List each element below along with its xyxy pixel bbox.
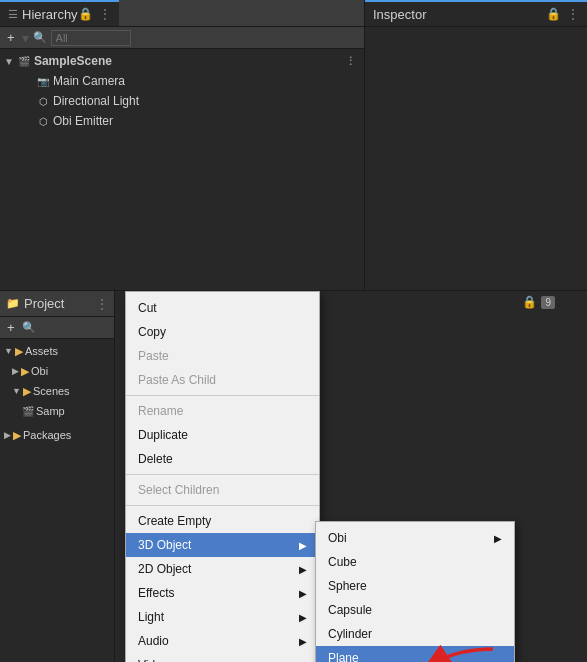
light-arrow: ▶ [299,612,307,623]
packages-folder-icon: ▶ [13,429,21,442]
camera-icon: 📷 [36,74,50,88]
light-icon: ⬡ [36,94,50,108]
samp-icon: 🎬 [22,406,34,417]
right-area: 🔒 9 Cut Copy Paste Paste As Child [115,291,587,662]
tree-obi[interactable]: ▶ ▶ Obi [0,361,114,381]
tree-assets[interactable]: ▼ ▶ Assets [0,341,114,361]
inspector-tab[interactable]: Inspector 🔒 ⋮ [365,0,587,26]
cylinder-label: Cylinder [328,627,372,641]
samp-label: Samp [36,405,65,417]
obi-submenu-arrow: ▶ [494,533,502,544]
submenu-cube[interactable]: Cube [316,550,514,574]
project-title: Project [24,296,64,311]
project-header: 📁 Project ⋮ [0,291,114,317]
audio-label: Audio [138,634,169,648]
submenu-sphere[interactable]: Sphere [316,574,514,598]
create-empty-label: Create Empty [138,514,211,528]
top-area: ☰ Hierarchy 🔒 ⋮ + ▾ 🔍 ▼ 🎬 [0,0,587,290]
obi-submenu-label: Obi [328,531,347,545]
menu-rename[interactable]: Rename [126,399,319,423]
cut-label: Cut [138,301,157,315]
obi-tree-label: Obi [31,365,48,377]
menu-cut[interactable]: Cut [126,296,319,320]
context-menu-right: Obi ▶ Cube Sphere Capsule Cylinder Plane [315,521,515,662]
more-icon[interactable]: ⋮ [99,7,111,21]
copy-label: Copy [138,325,166,339]
menu-audio[interactable]: Audio ▶ [126,629,319,653]
menu-paste[interactable]: Paste [126,344,319,368]
select-children-label: Select Children [138,483,219,497]
submenu-capsule[interactable]: Capsule [316,598,514,622]
cube-label: Cube [328,555,357,569]
hierarchy-tab[interactable]: ☰ Hierarchy 🔒 ⋮ [0,0,119,26]
separator-1 [126,395,319,396]
add-button[interactable]: + [4,29,18,46]
menu-create-empty[interactable]: Create Empty [126,509,319,533]
scene-name: SampleScene [34,54,112,68]
obi-icon: ⬡ [36,114,50,128]
context-menu-left: Cut Copy Paste Paste As Child Rename Dup… [125,291,320,662]
project-more-icon[interactable]: ⋮ [96,297,108,311]
arrow-icon: ▼ [4,56,14,67]
project-toolbar: + 🔍 [0,317,114,339]
scene-root[interactable]: ▼ 🎬 SampleScene ⋮ [0,51,364,71]
menu-light[interactable]: Light ▶ [126,605,319,629]
menu-select-children[interactable]: Select Children [126,478,319,502]
project-tree: ▼ ▶ Assets ▶ ▶ Obi ▼ ▶ Scenes 🎬 Samp [0,339,114,662]
separator-2 [126,474,319,475]
submenu-obi[interactable]: Obi ▶ [316,526,514,550]
camera-label: Main Camera [53,74,125,88]
tree-samp[interactable]: 🎬 Samp [0,401,114,421]
menu-delete[interactable]: Delete [126,447,319,471]
hierarchy-title: Hierarchy [22,7,78,22]
scenes-label: Scenes [33,385,70,397]
3d-object-label: 3D Object [138,538,191,552]
tree-scenes[interactable]: ▼ ▶ Scenes [0,381,114,401]
rename-label: Rename [138,404,183,418]
obi-folder-icon: ▶ [21,365,29,378]
scenes-arrow: ▼ [12,386,21,396]
assets-label: Assets [25,345,58,357]
menu-video[interactable]: Video ▶ [126,653,319,662]
menu-paste-as-child[interactable]: Paste As Child [126,368,319,392]
bottom-area: 📁 Project ⋮ + 🔍 ▼ ▶ Assets ▶ ▶ [0,290,587,662]
menu-duplicate[interactable]: Duplicate [126,423,319,447]
inspector-title: Inspector [373,7,426,22]
lock-icon: 🔒 [78,7,93,21]
inspector-panel: Inspector 🔒 ⋮ [365,0,587,290]
effects-label: Effects [138,586,174,600]
search-icon: 🔍 [33,31,47,44]
menu-effects[interactable]: Effects ▶ [126,581,319,605]
menu-2d-object[interactable]: 2D Object ▶ [126,557,319,581]
hierarchy-child-light[interactable]: ⬡ Directional Light [0,91,364,111]
project-panel: 📁 Project ⋮ + 🔍 ▼ ▶ Assets ▶ ▶ [0,291,115,662]
search-input[interactable] [51,30,131,46]
hierarchy-child-camera[interactable]: 📷 Main Camera [0,71,364,91]
2d-object-arrow: ▶ [299,564,307,575]
submenu-cylinder[interactable]: Cylinder [316,622,514,646]
project-search-icon: 🔍 [22,321,36,334]
light-menu-label: Light [138,610,164,624]
tree-packages[interactable]: ▶ ▶ Packages [0,425,114,445]
effects-arrow: ▶ [299,588,307,599]
obi-arrow: ▶ [12,366,19,376]
scenes-folder-icon: ▶ [23,385,31,398]
assets-folder-icon: ▶ [15,345,23,358]
inspector-more-icon[interactable]: ⋮ [567,7,579,21]
obi-label: Obi Emitter [53,114,113,128]
badge-icon: 🔒 [522,295,537,309]
menu-copy[interactable]: Copy [126,320,319,344]
3d-object-arrow: ▶ [299,540,307,551]
hierarchy-toolbar: + ▾ 🔍 [0,27,364,49]
plane-label: Plane [328,651,359,662]
hierarchy-icon: ☰ [8,8,18,21]
submenu-plane[interactable]: Plane [316,646,514,662]
scene-more-icon[interactable]: ⋮ [345,55,356,68]
packages-label: Packages [23,429,71,441]
paste-as-child-label: Paste As Child [138,373,216,387]
menu-3d-object[interactable]: 3D Object ▶ [126,533,319,557]
project-add-button[interactable]: + [4,319,18,336]
video-label: Video [138,658,168,662]
hierarchy-child-obi[interactable]: ⬡ Obi Emitter [0,111,364,131]
badge-count: 9 [541,296,555,309]
